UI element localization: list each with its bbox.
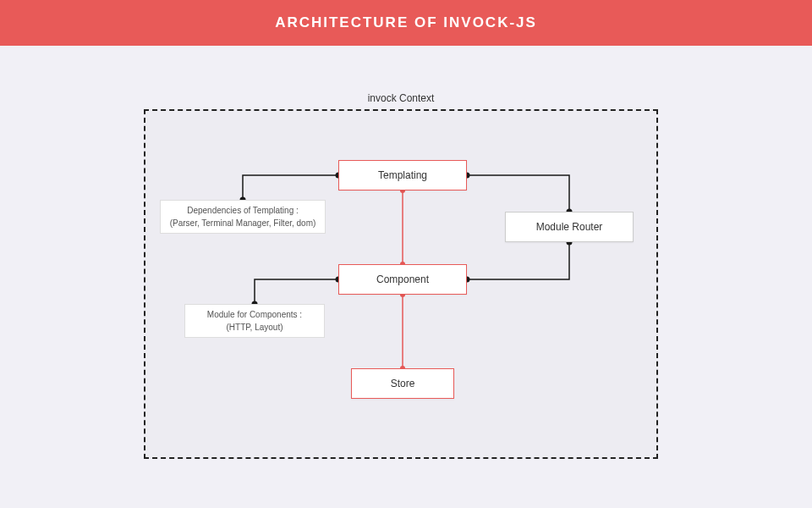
node-component: Component	[338, 264, 467, 295]
node-module-router: Module Router	[505, 212, 634, 242]
note-templating-deps: Dependencies of Templating : (Parser, Te…	[160, 200, 326, 234]
diagram-canvas: invock Context Templating Component Stor…	[0, 46, 812, 508]
note-line: (HTTP, Layout)	[226, 321, 283, 334]
node-store: Store	[351, 368, 454, 399]
page-title: ARCHITECTURE OF INVOCK-JS	[275, 14, 537, 31]
node-templating: Templating	[338, 160, 467, 190]
note-line: Module for Components :	[207, 308, 302, 321]
context-label: invock Context	[144, 92, 658, 104]
note-line: Dependencies of Templating :	[187, 204, 299, 217]
note-component-modules: Module for Components : (HTTP, Layout)	[184, 304, 325, 338]
header-bar: ARCHITECTURE OF INVOCK-JS	[0, 0, 812, 46]
note-line: (Parser, Terminal Manager, Filter, dom)	[170, 217, 316, 229]
